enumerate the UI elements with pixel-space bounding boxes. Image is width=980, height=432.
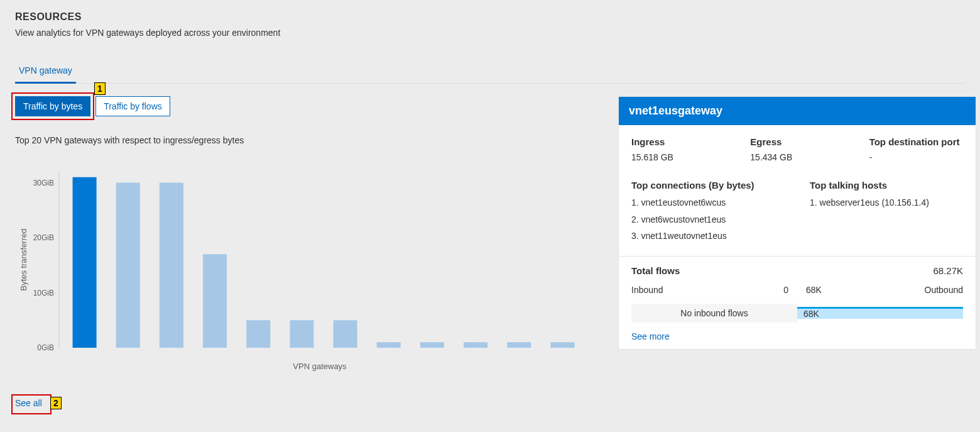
flow-row: Inbound 0 68K Outbound [631, 280, 963, 300]
svg-rect-10 [290, 320, 313, 348]
svg-rect-15 [507, 342, 531, 348]
ingress-value: 15.618 GB [631, 152, 725, 162]
detail-card: vnet1eusgateway Ingress 15.618 GB Egress… [618, 96, 976, 350]
list-item: 2. vnet6wcustovnet1eus [631, 211, 785, 228]
svg-rect-16 [550, 342, 574, 348]
svg-text:10GiB: 10GiB [33, 289, 54, 297]
tab-vpn-gateway[interactable]: VPN gateway [15, 60, 76, 84]
svg-text:0GiB: 0GiB [37, 343, 54, 352]
chart: 0GiB10GiB20GiB30GiBVPN gatewaysBytes tra… [15, 165, 587, 373]
egress-value: 15.434 GB [750, 152, 844, 162]
svg-rect-5 [73, 177, 97, 348]
chart-description: Top 20 VPN gateways with respect to ingr… [15, 135, 587, 145]
tab-row: VPN gateway [15, 60, 965, 84]
annotation-badge-2: 2 [50, 397, 62, 409]
svg-text:VPN gateways: VPN gateways [293, 362, 347, 371]
svg-rect-13 [420, 342, 444, 348]
list-item: 1. webserver1eus (10.156.1.4) [810, 194, 963, 211]
svg-rect-6 [116, 183, 140, 348]
see-more-link[interactable]: See more [631, 331, 670, 341]
list-item: 1. vnet1eustovnet6wcus [631, 194, 785, 211]
total-flows-label: Total flows [631, 265, 933, 276]
traffic-by-flows-button[interactable]: Traffic by flows [95, 96, 170, 116]
svg-text:Bytes transferred: Bytes transferred [19, 229, 28, 291]
inbound-bar: No inbound flows [631, 304, 797, 323]
svg-rect-14 [464, 342, 487, 348]
top-hosts-list: 1. webserver1eus (10.156.1.4) [810, 194, 963, 211]
svg-text:20GiB: 20GiB [33, 233, 54, 242]
flow-bars: No inbound flows 68K [631, 304, 963, 323]
see-all-link[interactable]: See all [15, 398, 42, 408]
top-port-value: - [869, 152, 963, 162]
top-connections-list: 1. vnet1eustovnet6wcus 2. vnet6wcustovne… [631, 194, 785, 245]
egress-label: Egress [750, 136, 844, 147]
svg-rect-7 [160, 183, 183, 348]
svg-rect-11 [334, 320, 357, 348]
inbound-label: Inbound [631, 285, 663, 295]
svg-rect-12 [377, 342, 401, 348]
top-connections-label: Top connections (By bytes) [631, 180, 785, 191]
top-port-label: Top destination port [869, 136, 963, 147]
list-item: 3. vnet11weutovnet1eus [631, 228, 785, 245]
page-title: RESOURCES [15, 11, 965, 23]
total-flows-value: 68.27K [933, 265, 963, 276]
annotation-badge-1: 1 [94, 82, 106, 95]
svg-text:30GiB: 30GiB [33, 179, 54, 187]
svg-rect-9 [246, 320, 270, 348]
detail-title: vnet1eusgateway [619, 97, 976, 125]
outbound-label: Outbound [925, 285, 964, 295]
outbound-bar: 68K [797, 307, 963, 319]
top-hosts-label: Top talking hosts [810, 180, 963, 191]
traffic-by-bytes-button[interactable]: Traffic by bytes [15, 96, 90, 116]
svg-rect-8 [203, 254, 227, 348]
outbound-value: 68K [806, 285, 822, 295]
ingress-label: Ingress [631, 136, 725, 147]
inbound-value: 0 [783, 285, 788, 295]
page-subtitle: View analytics for VPN gateways deployed… [15, 28, 965, 38]
